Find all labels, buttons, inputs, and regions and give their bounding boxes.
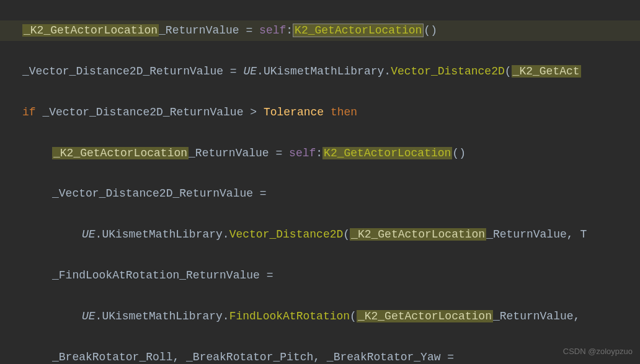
code-line: _K2_GetActorLocation_ReturnValue = self:… xyxy=(0,20,640,41)
code-line: _FindLookAtRotation_ReturnValue = xyxy=(0,265,640,286)
highlighted-variable: _K2_GetActorLocation xyxy=(52,147,189,159)
watermark: CSDN @zoloypzuo xyxy=(563,344,633,359)
ue-type: UE xyxy=(243,65,257,78)
code-line: _Vector_Distance2D_ReturnValue = UE.UKis… xyxy=(0,61,640,82)
code-line: UE.UKismetMathLibrary.FindLookAtRotation… xyxy=(0,306,640,327)
highlighted-variable: _K2_GetActorLocation xyxy=(22,24,159,37)
self-keyword: self xyxy=(289,147,316,159)
code-line: _K2_GetActorLocation_ReturnValue = self:… xyxy=(0,143,640,164)
highlighted-variable: _K2_GetActorLocation xyxy=(357,310,493,322)
function-call: Vector_Distance2D xyxy=(391,65,505,78)
ue-type: UE xyxy=(82,310,96,322)
code-line: if _Vector_Distance2D_ReturnValue > Tole… xyxy=(0,102,640,123)
function-call: FindLookAtRotation xyxy=(229,310,350,322)
if-keyword: if xyxy=(22,106,36,118)
code-editor[interactable]: _K2_GetActorLocation_ReturnValue = self:… xyxy=(0,0,640,364)
code-line: _Vector_Distance2D_ReturnValue = xyxy=(0,184,640,204)
code-line: _BreakRotator_Roll, _BreakRotator_Pitch,… xyxy=(0,347,640,364)
self-keyword: self xyxy=(259,24,286,37)
highlighted-variable: _K2_GetActorLocation xyxy=(350,228,486,241)
boxed-function: K2_GetActorLocation xyxy=(293,24,424,37)
ue-type: UE xyxy=(82,228,96,241)
function-call: Vector_Distance2D xyxy=(229,228,344,241)
code-line: UE.UKismetMathLibrary.Vector_Distance2D(… xyxy=(0,224,640,245)
highlighted-variable: _K2_GetAct xyxy=(512,65,581,78)
highlighted-function: K2_GetActorLocation xyxy=(322,147,452,159)
then-keyword: then xyxy=(331,106,357,118)
tolerance-var: Tolerance xyxy=(264,106,324,118)
